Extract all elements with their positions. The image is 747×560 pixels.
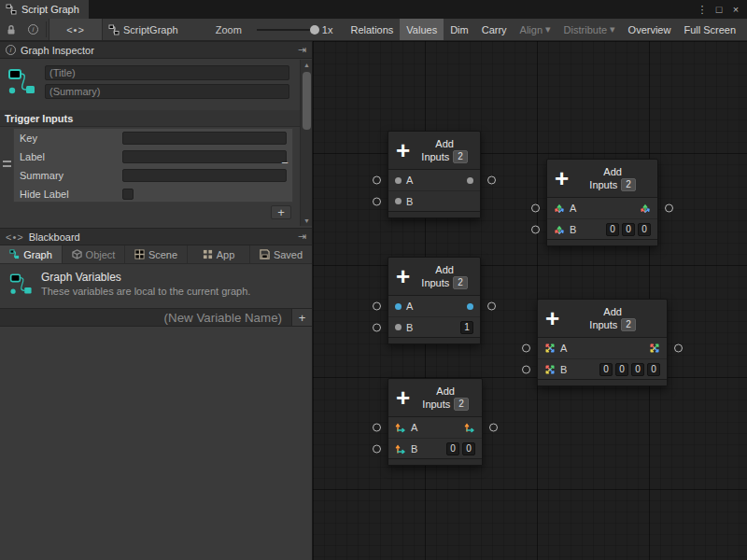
- graph-title-input[interactable]: [45, 65, 289, 80]
- node-title: Add: [416, 263, 472, 276]
- zoom-slider[interactable]: 1x: [247, 19, 339, 40]
- new-variable-input[interactable]: [0, 309, 289, 326]
- input-port[interactable]: [373, 302, 381, 311]
- hide-label-checkbox[interactable]: [122, 189, 134, 200]
- summary-label: Summary: [20, 170, 122, 181]
- window-menu-icon[interactable]: ⋮: [695, 2, 710, 17]
- graph-canvas[interactable]: + Add Inputs 2 A: [313, 41, 747, 560]
- lock-icon[interactable]: [0, 19, 22, 40]
- close-icon[interactable]: ×: [728, 2, 743, 17]
- dim-button[interactable]: Dim: [444, 19, 475, 40]
- info-icon: i: [6, 45, 16, 55]
- value-field[interactable]: 0: [647, 363, 660, 376]
- input-port[interactable]: [373, 323, 381, 331]
- tab-script-graph[interactable]: Script Graph: [0, 0, 89, 19]
- key-input[interactable]: [122, 132, 287, 145]
- input-port[interactable]: [373, 424, 381, 432]
- object-dot-icon: [395, 177, 402, 184]
- input-port[interactable]: [522, 365, 530, 373]
- inspector-panel: i Graph Inspector ⇥ Trigger Inputs Key L…: [0, 41, 313, 560]
- output-port[interactable]: [674, 344, 683, 353]
- inspector-scrollbar[interactable]: ▲ ▼: [300, 60, 312, 226]
- fullscreen-button[interactable]: Full Screen: [677, 19, 742, 40]
- value-field[interactable]: 0: [615, 363, 628, 376]
- port-label: B: [560, 364, 567, 375]
- tab-object[interactable]: Object: [63, 245, 125, 263]
- summary-input[interactable]: [122, 169, 287, 182]
- value-field[interactable]: 0: [622, 223, 635, 236]
- zoom-label: Zoom: [210, 19, 247, 40]
- port-label: A: [570, 203, 576, 214]
- node-title: Add: [575, 165, 650, 178]
- node-add-inputs[interactable]: + Add Inputs 2 A: [388, 131, 481, 218]
- relations-button[interactable]: Relations: [344, 19, 400, 40]
- dock-icon[interactable]: ⇥: [298, 44, 306, 56]
- output-port[interactable]: [487, 302, 496, 311]
- scroll-down-icon[interactable]: ▼: [301, 216, 313, 226]
- blackboard-title: Blackboard: [29, 231, 80, 243]
- maximize-icon[interactable]: □: [712, 2, 726, 17]
- node-add-inputs[interactable]: + Add Inputs 2 A: [388, 257, 481, 344]
- graph-icon: [9, 249, 20, 259]
- tab-graph[interactable]: Graph: [0, 245, 63, 263]
- drag-handle-icon[interactable]: [3, 161, 11, 167]
- unit-selector-button[interactable]: <•>: [49, 19, 103, 40]
- values-button[interactable]: Values: [400, 19, 444, 40]
- align-dropdown[interactable]: Align ▾: [514, 19, 557, 40]
- input-count-badge[interactable]: 2: [453, 150, 468, 163]
- input-port[interactable]: [373, 444, 381, 453]
- value-field[interactable]: 0: [446, 442, 459, 455]
- vector4-icon: [544, 364, 556, 375]
- value-field[interactable]: 0: [606, 223, 619, 236]
- remove-element-button[interactable]: −: [278, 155, 291, 170]
- output-port[interactable]: [489, 424, 498, 432]
- vector2-icon: [395, 422, 406, 433]
- value-field[interactable]: 0: [631, 363, 644, 376]
- input-count-badge[interactable]: 2: [621, 318, 636, 331]
- info-icon[interactable]: i: [22, 19, 44, 40]
- input-count-badge[interactable]: 2: [454, 398, 469, 411]
- input-count-badge[interactable]: 2: [453, 276, 468, 289]
- tab-app[interactable]: App: [188, 245, 250, 263]
- value-field[interactable]: 0: [462, 442, 475, 455]
- output-port[interactable]: [487, 176, 496, 185]
- value-field[interactable]: 1: [460, 321, 473, 334]
- window-controls: ⋮ □ ×: [695, 2, 747, 17]
- label-row: Label: [14, 147, 292, 166]
- graph-summary-input[interactable]: [45, 84, 289, 99]
- scrollbar-thumb[interactable]: [303, 72, 311, 130]
- port-label: A: [411, 422, 417, 433]
- trigger-inputs-header[interactable]: Trigger Inputs: [0, 110, 312, 127]
- value-field[interactable]: 0: [599, 363, 613, 376]
- input-port[interactable]: [373, 197, 381, 205]
- vector2-icon: [464, 422, 475, 433]
- node-add-inputs[interactable]: + Add Inputs 2 A: [388, 378, 483, 466]
- tab-scene[interactable]: Scene: [125, 245, 188, 263]
- label-input[interactable]: [122, 150, 287, 163]
- value-field[interactable]: 0: [638, 223, 651, 236]
- input-port[interactable]: [373, 176, 381, 185]
- graph-breadcrumb[interactable]: ScriptGraph: [103, 19, 184, 40]
- distribute-dropdown[interactable]: Distribute ▾: [557, 19, 622, 40]
- output-port[interactable]: [665, 204, 673, 213]
- value-dot-icon: [467, 303, 473, 310]
- node-add-inputs[interactable]: + Add Inputs 2: [537, 299, 668, 386]
- input-port[interactable]: [531, 204, 540, 213]
- port-label: A: [406, 301, 413, 312]
- input-count-badge[interactable]: 2: [621, 178, 636, 191]
- input-port[interactable]: [531, 225, 540, 233]
- trigger-input-element[interactable]: Key Label Summary Hide Label: [13, 128, 293, 203]
- scroll-up-icon[interactable]: ▲: [301, 60, 313, 70]
- add-variable-button[interactable]: +: [291, 309, 312, 326]
- zoom-slider-handle[interactable]: [310, 25, 319, 35]
- tab-saved[interactable]: Saved: [250, 245, 312, 263]
- add-element-button[interactable]: +: [271, 205, 291, 219]
- carry-button[interactable]: Carry: [475, 19, 514, 40]
- chevron-down-icon: ▾: [545, 23, 551, 35]
- graph-variables-description: These variables are local to the current…: [41, 286, 250, 297]
- dock-icon[interactable]: ⇥: [298, 231, 306, 243]
- object-dot-icon: [395, 324, 402, 330]
- input-port[interactable]: [522, 344, 530, 353]
- node-add-inputs[interactable]: + Add Inputs 2 A: [546, 159, 658, 246]
- overview-button[interactable]: Overview: [622, 19, 678, 40]
